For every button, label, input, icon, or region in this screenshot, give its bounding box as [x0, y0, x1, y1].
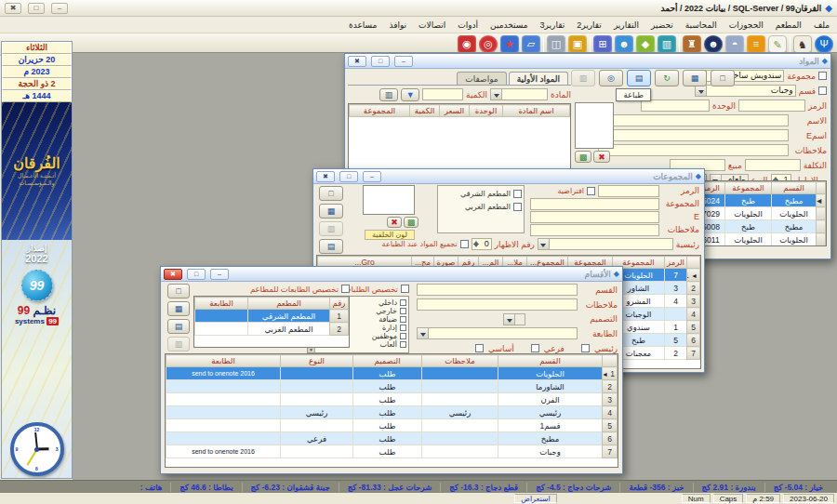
group-image-box[interactable]	[363, 185, 415, 215]
menu-item-file[interactable]: ملف	[814, 20, 830, 30]
cards-icon[interactable]: ▱	[522, 35, 540, 53]
remove-image-button[interactable]: ✖	[387, 217, 402, 228]
table-row[interactable]: 2الشاورماطلب	[166, 380, 618, 393]
table-row[interactable]: 2المطعم الغربي	[195, 323, 349, 336]
remove-image-button[interactable]: ✖	[593, 151, 610, 163]
save-button[interactable]: ▦	[319, 204, 343, 219]
table-row[interactable]: 5قسم1طلب	[166, 419, 618, 432]
order-type-checkbox[interactable]	[400, 299, 406, 306]
quantity-input[interactable]	[422, 88, 463, 100]
save-button[interactable]: ▦	[683, 70, 707, 86]
assign-orders-checkbox[interactable]	[401, 285, 409, 293]
order-type-checkbox[interactable]	[400, 333, 406, 339]
menu-item-preparation[interactable]: تحضير	[651, 20, 673, 30]
dining-tables-icon[interactable]: ♜	[683, 35, 701, 53]
name-input[interactable]	[598, 114, 789, 126]
print-button[interactable]: ▤	[167, 319, 190, 334]
order-type-checkbox[interactable]	[400, 316, 406, 323]
burger-icon[interactable]: ≡	[747, 35, 765, 53]
main-checkbox[interactable]	[581, 344, 590, 352]
app-titlebar[interactable]: ◆ الفرقان99 / SQL-Server / بيانات 2022 /…	[0, 0, 837, 17]
tab-specifications[interactable]: مواصفات	[457, 72, 506, 85]
app-minimize-button[interactable]: –	[51, 3, 68, 14]
power-icon[interactable]: ◉	[458, 35, 476, 53]
database-icon[interactable]: ◫	[547, 35, 565, 53]
order-type-checkbox[interactable]	[400, 325, 406, 331]
chef-icon[interactable]: ♞	[793, 35, 812, 53]
search-button[interactable]: ◎	[599, 70, 623, 86]
menu-item-reports[interactable]: التقارير	[614, 20, 639, 30]
sub-checkbox[interactable]	[531, 344, 539, 352]
menu-item-reports2[interactable]: تقارير2	[577, 20, 602, 30]
chart-icon[interactable]: ▥	[658, 35, 676, 53]
material-select[interactable]	[490, 88, 548, 100]
main-group-select[interactable]	[538, 238, 673, 250]
table-row[interactable]: 1المطعم الشرقي	[195, 310, 349, 323]
save-button[interactable]: ▦	[167, 301, 190, 316]
new-button[interactable]: □	[319, 186, 343, 201]
notes-input[interactable]	[417, 298, 578, 311]
app-close-button[interactable]: ✖	[5, 3, 21, 14]
table-row[interactable]: 6مطبخطلبفرعي	[166, 432, 618, 445]
bookmark-star-icon[interactable]: ★	[500, 35, 519, 53]
material-image-box[interactable]	[575, 102, 614, 149]
materials-maximize-button[interactable]: □	[371, 56, 390, 67]
notes-input[interactable]	[598, 144, 789, 156]
menu-item-reservations[interactable]: الحجوزات	[729, 20, 764, 30]
section-name-input[interactable]	[417, 284, 578, 296]
menu-item-windows[interactable]: نوافذ	[389, 20, 406, 30]
cost-input[interactable]	[745, 159, 801, 171]
sections-minimize-button[interactable]: –	[210, 269, 229, 280]
east-restaurant-checkbox[interactable]	[513, 190, 522, 198]
remove-material-button[interactable]: ▥	[379, 88, 398, 101]
groups-minimize-button[interactable]: –	[363, 171, 381, 182]
materials-window-titlebar[interactable]: ◆ المواد – □ ✖	[345, 54, 830, 69]
toolbox-icon[interactable]: ▣	[568, 35, 587, 53]
materials-close-button[interactable]: ✖	[348, 56, 366, 67]
print-button[interactable]: ▤	[627, 70, 651, 86]
add-material-button[interactable]: ▼	[401, 88, 419, 101]
tab-raw-materials[interactable]: المواد الأولية	[509, 72, 568, 85]
table-row[interactable]: 7وجباتطلبsend to onenote 2016	[166, 445, 618, 458]
groups-maximize-button[interactable]: □	[339, 171, 358, 182]
code-input[interactable]	[738, 99, 805, 112]
menu-item-restaurant[interactable]: المطعم	[776, 20, 802, 30]
unit-input[interactable]	[641, 99, 710, 112]
waiter-icon[interactable]: ☻	[704, 35, 723, 53]
menu-item-help[interactable]: مساعدة	[349, 20, 377, 30]
west-restaurant-checkbox[interactable]	[513, 203, 522, 211]
menu-item-tools[interactable]: أدوات	[458, 20, 478, 30]
order-type-checkbox[interactable]	[400, 341, 406, 348]
group-name-input[interactable]	[530, 198, 659, 210]
utensils-icon[interactable]: Ψ	[815, 35, 833, 53]
app-restore-button[interactable]: □	[28, 3, 45, 14]
table-row[interactable]: 1 ◄الحلوياتطلبsend to onenote 2016	[166, 367, 618, 380]
pick-image-button[interactable]: ▩	[404, 217, 418, 228]
notes-input[interactable]	[530, 224, 659, 236]
refresh-button[interactable]: ↻	[655, 70, 679, 86]
basic-checkbox[interactable]	[475, 344, 484, 352]
menu-item-users[interactable]: مستخدمين	[490, 20, 528, 30]
new-button[interactable]: □	[711, 70, 735, 86]
menu-item-connections[interactable]: اتصالات	[418, 20, 445, 30]
table-row[interactable]: 3الفرنطلب	[166, 393, 618, 406]
collect-on-print-checkbox[interactable]	[460, 240, 469, 248]
display-order-stepper[interactable]: 0	[472, 238, 492, 250]
note-edit-icon[interactable]: ✎	[768, 35, 787, 53]
design-select[interactable]	[503, 313, 525, 325]
printer-select[interactable]	[417, 327, 578, 339]
sections-window-titlebar[interactable]: ◆ الأقسام – □ ✖	[161, 267, 622, 282]
sections-maximize-button[interactable]: □	[187, 269, 206, 280]
gift-box-icon[interactable]: ◆	[636, 35, 655, 53]
groups-window-titlebar[interactable]: ◆ المجموعات – □ ✖	[313, 169, 704, 184]
pick-image-button[interactable]: ▩	[575, 151, 591, 163]
default-checkbox[interactable]	[587, 187, 595, 195]
order-type-checkbox[interactable]	[400, 308, 406, 314]
delete-button[interactable]: ▥	[571, 70, 595, 86]
menu-item-reports3[interactable]: تقارير3	[540, 20, 565, 30]
sections-close-button[interactable]: ✖	[164, 269, 182, 280]
users-icon[interactable]: ☻	[615, 35, 633, 53]
new-button[interactable]: □	[167, 284, 190, 298]
serving-dome-icon[interactable]: ◓	[725, 35, 744, 53]
group-filter-checkbox[interactable]	[818, 72, 827, 80]
